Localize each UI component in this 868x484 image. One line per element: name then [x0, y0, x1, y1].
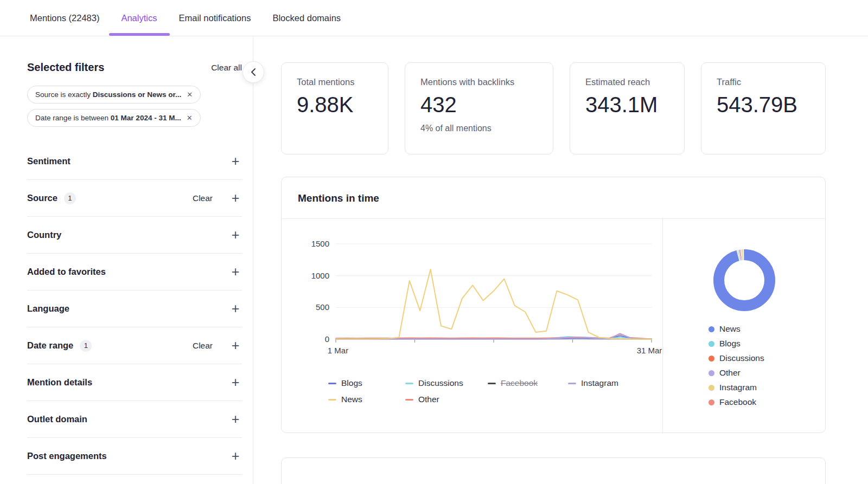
donut-legend: News Blogs Discussions Other	[663, 324, 825, 407]
donut-legend-item-blogs[interactable]: Blogs	[709, 339, 825, 349]
sidebar-collapse-button[interactable]	[242, 61, 264, 83]
plus-icon[interactable]: +	[229, 339, 242, 352]
filter-row-label: Language	[27, 304, 69, 314]
legend-dot	[709, 341, 714, 347]
top-tab-bar: Mentions (22483) Analytics Email notific…	[0, 0, 868, 36]
donut-legend-item-discussions[interactable]: Discussions	[709, 353, 825, 363]
clear-filter-link[interactable]: Clear	[193, 193, 213, 203]
filter-row-post-engagements: Post engagements +	[27, 438, 242, 475]
filter-row-label: Post engagements	[27, 451, 107, 461]
filter-rows: Sentiment + Source 1 Clear + Country + A…	[27, 143, 242, 475]
legend-item-other[interactable]: Other	[405, 395, 488, 404]
plus-icon[interactable]: +	[229, 265, 242, 279]
legend-label: Discussions	[418, 378, 463, 388]
close-icon[interactable]: ✕	[187, 91, 193, 98]
stat-value: 432	[420, 93, 538, 117]
panel-title: Mentions in time	[298, 192, 809, 204]
svg-text:1500: 1500	[311, 239, 329, 248]
tab-analytics[interactable]: Analytics	[121, 0, 157, 36]
svg-text:31 Mar: 31 Mar	[637, 346, 662, 355]
legend-dot	[709, 385, 714, 391]
tab-email-notifications[interactable]: Email notifications	[178, 0, 251, 36]
analytics-main: Total mentions 9.88K Mentions with backl…	[254, 36, 868, 484]
donut-legend-item-instagram[interactable]: Instagram	[709, 383, 825, 392]
chip-text: Source is exactly Discussions or News or…	[35, 91, 181, 99]
legend-label: Blogs	[341, 378, 362, 388]
tab-blocked-domains[interactable]: Blocked domains	[272, 0, 341, 36]
filter-row-language: Language +	[27, 291, 242, 327]
sources-donut-chart	[709, 245, 780, 315]
stat-note: 4% of all mentions	[420, 124, 538, 133]
legend-item-news[interactable]: News	[328, 395, 405, 404]
filter-row-sentiment: Sentiment +	[27, 143, 242, 180]
plus-icon[interactable]: +	[229, 154, 242, 168]
legend-swatch	[405, 383, 413, 384]
filter-chip-date-range: Date range is between 01 Mar 2024 - 31 M…	[27, 109, 201, 127]
plus-icon[interactable]: +	[229, 191, 242, 205]
plus-icon[interactable]: +	[229, 228, 242, 242]
stat-value: 9.88K	[297, 93, 373, 117]
close-icon[interactable]: ✕	[187, 114, 193, 121]
line-chart-area: 0500100015001 Mar31 Mar Blogs Discussion…	[282, 219, 662, 433]
legend-swatch	[328, 383, 336, 384]
filter-chip-source: Source is exactly Discussions or News or…	[27, 86, 201, 104]
donut-legend-item-other[interactable]: Other	[709, 368, 825, 378]
legend-item-discussions[interactable]: Discussions	[405, 378, 488, 388]
selected-filters-title: Selected filters	[27, 61, 104, 74]
stat-value: 343.1M	[585, 93, 669, 117]
tab-analytics-label: Analytics	[121, 13, 157, 23]
legend-label: Instagram	[581, 378, 618, 388]
filter-row-label: Sentiment	[27, 156, 71, 166]
filter-row-label: Source	[27, 193, 58, 203]
legend-dot	[709, 356, 714, 362]
donut-legend-item-news[interactable]: News	[709, 324, 825, 334]
chip-text: Date range is between 01 Mar 2024 - 31 M…	[35, 114, 181, 122]
filter-row-label: Added to favorites	[27, 267, 106, 277]
plus-icon[interactable]: +	[229, 302, 242, 315]
filter-row-label: Country	[27, 230, 61, 240]
svg-text:500: 500	[316, 302, 329, 312]
svg-text:1 Mar: 1 Mar	[328, 346, 348, 355]
plus-icon[interactable]: +	[229, 412, 242, 426]
tab-mentions[interactable]: Mentions (22483)	[30, 0, 99, 36]
mentions-line-chart: 0500100015001 Mar31 Mar	[292, 235, 662, 365]
donut-legend-item-facebook[interactable]: Facebook	[709, 397, 825, 407]
legend-dot	[709, 370, 714, 376]
source-donut-panel: News Blogs Discussions Other	[662, 219, 825, 433]
stat-cards-row: Total mentions 9.88K Mentions with backl…	[281, 62, 868, 154]
legend-label: News	[719, 324, 741, 334]
filter-row-label: Outlet domain	[27, 414, 87, 424]
tab-blocked-domains-label: Blocked domains	[272, 13, 341, 23]
stat-label: Total mentions	[297, 77, 373, 87]
legend-item-instagram[interactable]: Instagram	[568, 378, 649, 388]
legend-item-blogs[interactable]: Blogs	[328, 378, 405, 388]
filter-row-outlet-domain: Outlet domain +	[27, 401, 242, 438]
legend-item-facebook[interactable]: Facebook	[488, 378, 568, 388]
filter-row-mention-details: Mention details +	[27, 364, 242, 401]
chevron-left-icon	[251, 68, 256, 76]
line-chart-legend: Blogs Discussions Facebook Instagram	[328, 378, 662, 404]
legend-label: Discussions	[719, 353, 764, 363]
legend-label: Blogs	[719, 339, 741, 349]
svg-text:1000: 1000	[311, 271, 329, 280]
next-analytics-panel	[281, 457, 826, 484]
legend-label: News	[341, 395, 362, 404]
tab-mentions-label: Mentions (22483)	[30, 13, 99, 23]
legend-swatch	[328, 399, 336, 401]
stat-label: Traffic	[717, 77, 810, 87]
legend-swatch	[405, 399, 413, 401]
tab-email-notifications-label: Email notifications	[178, 13, 251, 23]
filter-row-label: Date range	[27, 340, 73, 351]
plus-icon[interactable]: +	[229, 449, 242, 463]
filter-row-label: Mention details	[27, 377, 92, 388]
legend-dot	[709, 326, 714, 332]
filter-chips: Source is exactly Discussions or News or…	[27, 86, 242, 132]
clear-all-filters-link[interactable]: Clear all	[211, 63, 242, 73]
legend-label: Facebook	[501, 378, 538, 388]
plus-icon[interactable]: +	[229, 376, 242, 389]
filter-count-badge: 1	[80, 340, 92, 352]
stat-card-traffic: Traffic 543.79B	[701, 62, 826, 154]
legend-label: Facebook	[719, 397, 756, 407]
clear-filter-link[interactable]: Clear	[193, 341, 213, 351]
mentions-in-time-panel: Mentions in time 0500100015001 Mar31 Mar…	[281, 177, 826, 433]
